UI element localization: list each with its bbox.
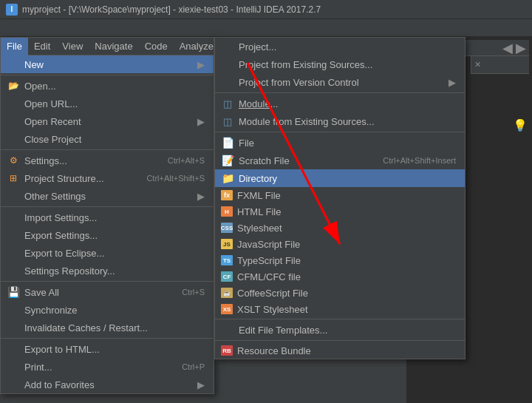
exporteclipse-icon: [7, 246, 20, 260]
xslt-icon: XS: [221, 304, 233, 314]
file-exportsettings[interactable]: Export Settings...: [1, 226, 214, 244]
menu-view[interactable]: View: [56, 38, 89, 55]
projexisting-icon: [221, 58, 234, 71]
openrecent-icon: [7, 115, 20, 128]
new-fxml[interactable]: fx FXML File: [215, 187, 465, 203]
new-projexisting[interactable]: Project from Existing Sources...: [215, 55, 465, 73]
menu-code[interactable]: Code: [139, 38, 174, 55]
new-icon: [7, 58, 20, 71]
coffee-icon: ☕: [221, 288, 233, 298]
file-open[interactable]: 📂 Open...: [1, 77, 214, 95]
new-stylesheet[interactable]: CSS Stylesheet: [215, 220, 465, 236]
new-sep2: [215, 132, 465, 132]
rb-icon: RB: [221, 345, 233, 356]
new-submenu-dropdown: Project... Project from Existing Sources…: [214, 37, 466, 359]
exportsettings-icon: [7, 228, 20, 242]
projvcs-icon: [221, 75, 234, 89]
new-resourcebundle[interactable]: RB Resource Bundle: [215, 342, 465, 359]
othersettings-icon: [7, 189, 20, 203]
invalidate-icon: [7, 321, 20, 334]
exporthtml-icon: [7, 342, 20, 356]
new-directory[interactable]: 📁 Directory: [215, 169, 465, 187]
menu-navigate[interactable]: Navigate: [89, 38, 138, 55]
directory-icon: 📁: [221, 172, 234, 185]
openurl-icon: [7, 97, 20, 110]
fxml-icon: fx: [221, 190, 233, 200]
print-icon: [7, 360, 20, 373]
file-settingsrepo[interactable]: Settings Repository...: [1, 262, 214, 280]
new-project[interactable]: Project...: [215, 38, 465, 55]
new-typescript[interactable]: TS TypeScript File: [215, 252, 465, 268]
new-editfiletemplates[interactable]: Edit File Templates...: [215, 321, 465, 339]
new-module[interactable]: ◫ Module...: [215, 95, 465, 112]
new-cfml[interactable]: CF CFML/CFC file: [215, 268, 465, 285]
new-file[interactable]: 📄 File: [215, 134, 465, 152]
new-sep3: [215, 319, 465, 319]
scratch-icon: 📝: [221, 154, 234, 167]
new-javascript[interactable]: JS JavaScript File: [215, 236, 465, 252]
importsettings-icon: [7, 211, 20, 224]
file-saveall[interactable]: 💾 Save All Ctrl+S: [1, 283, 214, 301]
css-icon: CSS: [221, 223, 233, 233]
new-moduleexisting[interactable]: ◫ Module from Existing Sources...: [215, 112, 465, 130]
nav-back-icon[interactable]: ◀: [502, 40, 513, 56]
editfiletemplates-icon: [221, 323, 234, 336]
saveall-icon: 💾: [7, 285, 20, 299]
file-settings[interactable]: ⚙ Settings... Ctrl+Alt+S: [1, 152, 214, 169]
file-invalidate[interactable]: Invalidate Caches / Restart...: [1, 319, 214, 336]
sep2: [1, 149, 214, 150]
file-othersettings[interactable]: Other Settings ▶: [1, 187, 214, 205]
html-icon: H: [221, 206, 233, 217]
sep4: [1, 281, 214, 282]
synchronize-icon: [7, 303, 20, 316]
menu-analyze[interactable]: Analyze: [174, 38, 219, 55]
file-importsettings[interactable]: Import Settings...: [1, 209, 214, 226]
app-icon: I: [6, 4, 18, 16]
title-bar: I myproject - [V:\WorkSpace\myproject] -…: [0, 0, 532, 19]
module-icon: ◫: [221, 97, 234, 110]
menu-file[interactable]: File: [1, 38, 28, 55]
menu-edit[interactable]: Edit: [28, 38, 56, 55]
close-tab-icon[interactable]: ✕: [474, 60, 481, 70]
main-area: File Edit View Navigate Code Analyze New…: [0, 37, 532, 403]
file-print[interactable]: Print... Ctrl+P: [1, 358, 214, 376]
new-projvcs[interactable]: Project from Version Control ▶: [215, 73, 465, 91]
file-synchronize[interactable]: Synchronize: [1, 301, 214, 319]
ts-icon: TS: [221, 255, 233, 265]
file-icon: 📄: [221, 136, 234, 149]
sep1: [1, 75, 214, 75]
new-xslt[interactable]: XS XSLT Stylesheet: [215, 301, 465, 317]
file-new-label: New: [24, 59, 197, 70]
file-exporteclipse[interactable]: Export to Eclipse...: [1, 244, 214, 262]
new-scratch[interactable]: 📝 Scratch File Ctrl+Alt+Shift+Insert: [215, 152, 465, 169]
open-icon: 📂: [7, 79, 20, 92]
file-openrecent[interactable]: Open Recent ▶: [1, 112, 214, 130]
new-html[interactable]: H HTML File: [215, 203, 465, 220]
new-sep1: [215, 92, 465, 93]
js-icon: JS: [221, 239, 233, 249]
closeproject-icon: [7, 132, 20, 146]
settings-icon: ⚙: [7, 154, 20, 167]
projectstructure-icon: ⊞: [7, 172, 20, 185]
moduleexisting-icon: ◫: [221, 115, 234, 128]
file-menu-new[interactable]: New ▶: [1, 55, 214, 73]
file-closeproject[interactable]: Close Project: [1, 130, 214, 148]
lightbulb-icon: 💡: [513, 118, 528, 132]
file-exporthtml[interactable]: Export to HTML...: [1, 340, 214, 358]
menu-bar: [0, 19, 532, 37]
file-addtofavorites[interactable]: Add to Favorites ▶: [1, 376, 214, 393]
cf-icon: CF: [221, 271, 233, 282]
addtofavorites-icon: [7, 378, 20, 391]
nav-forward-icon[interactable]: ▶: [516, 40, 526, 56]
file-openurl[interactable]: Open URL...: [1, 95, 214, 112]
new-sep4: [215, 340, 465, 341]
file-menu-dropdown: File Edit View Navigate Code Analyze New…: [0, 37, 214, 394]
sep3: [1, 206, 214, 207]
file-projectstructure[interactable]: ⊞ Project Structure... Ctrl+Alt+Shift+S: [1, 169, 214, 187]
new-coffeescript[interactable]: ☕ CoffeeScript File: [215, 285, 465, 301]
project-icon: [221, 40, 234, 53]
title-text: myproject - [V:\WorkSpace\myproject] - x…: [22, 4, 321, 15]
settingsrepo-icon: [7, 264, 20, 277]
sep5: [1, 338, 214, 339]
